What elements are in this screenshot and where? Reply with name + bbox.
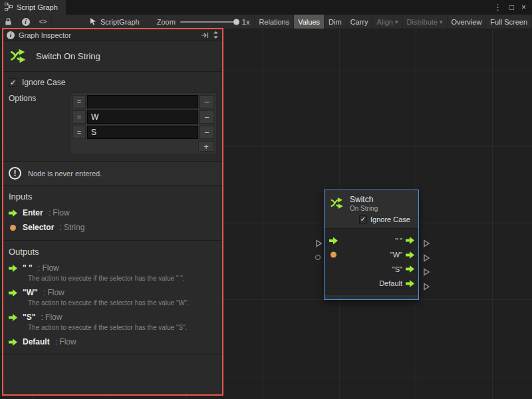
flow-output-port-icon bbox=[406, 237, 414, 244]
port-description: The action to execute if the selector ha… bbox=[28, 275, 217, 282]
graph-toolbar: i <> ScriptGraph Zoom 1x Relations Value… bbox=[0, 15, 532, 29]
option-input[interactable] bbox=[87, 110, 198, 124]
option-row: = − bbox=[72, 110, 214, 124]
drag-handle-icon[interactable]: = bbox=[72, 126, 86, 139]
port-row: "W" bbox=[325, 248, 418, 263]
port-name: "S" bbox=[23, 313, 35, 322]
output-port-w[interactable]: "W" bbox=[390, 251, 414, 259]
info-icon: i bbox=[25, 19, 27, 25]
zoom-label: Zoom bbox=[157, 18, 176, 26]
drag-handle-icon[interactable]: = bbox=[72, 95, 86, 108]
warning-icon: ! bbox=[9, 167, 21, 180]
port-row: " " bbox=[325, 233, 418, 248]
graph-name-label: ScriptGraph bbox=[100, 18, 140, 26]
port-type: : Flow bbox=[43, 288, 65, 297]
remove-option-button[interactable]: − bbox=[200, 95, 214, 108]
window-menu-icon[interactable]: ⋮ bbox=[494, 3, 502, 12]
port-description: The action to execute if the selector ha… bbox=[28, 299, 217, 307]
relations-button[interactable]: Relations bbox=[255, 15, 294, 29]
remove-option-button[interactable]: − bbox=[200, 110, 214, 124]
switch-on-string-node[interactable]: Switch On String ✓ Ignore Case " " bbox=[324, 190, 419, 300]
flow-port-icon bbox=[9, 338, 17, 346]
tab-label: Script Graph bbox=[17, 3, 58, 11]
input-row: Enter : Flow bbox=[9, 208, 217, 217]
maximize-icon[interactable]: □ bbox=[509, 3, 514, 12]
info-icon: i bbox=[7, 31, 15, 39]
distribute-button[interactable]: Distribute▾ bbox=[403, 15, 448, 29]
port-name: Selector bbox=[23, 223, 54, 232]
output-port-default[interactable]: Default bbox=[379, 279, 414, 287]
zoom-slider[interactable] bbox=[180, 21, 237, 23]
drag-handle-icon[interactable]: = bbox=[72, 110, 86, 124]
ignore-case-label: Ignore Case bbox=[22, 78, 65, 87]
node-ignore-case-label: Ignore Case bbox=[370, 215, 410, 223]
code-icon[interactable]: <> bbox=[35, 15, 52, 29]
tab-bar: Script Graph ⋮ □ × bbox=[0, 0, 532, 15]
full-screen-button[interactable]: Full Screen bbox=[486, 15, 532, 29]
zoom-value: 1x bbox=[242, 18, 250, 26]
check-icon: ✓ bbox=[360, 216, 366, 223]
node-ignore-case-checkbox[interactable]: ✓ bbox=[359, 215, 367, 223]
overview-button[interactable]: Overview bbox=[448, 15, 487, 29]
scroll-arrows-icon[interactable] bbox=[213, 31, 219, 39]
dim-button[interactable]: Dim bbox=[325, 15, 346, 29]
option-input[interactable] bbox=[87, 126, 198, 139]
input-connector-triangle[interactable] bbox=[316, 239, 322, 247]
port-label: " " bbox=[395, 237, 402, 245]
switch-icon bbox=[9, 48, 27, 65]
dock-icon[interactable] bbox=[201, 32, 209, 39]
zoom-control: Zoom 1x bbox=[157, 15, 250, 29]
option-row: = − bbox=[72, 126, 214, 139]
info-toggle-icon[interactable]: i bbox=[17, 15, 35, 29]
port-label: "W" bbox=[390, 251, 402, 259]
close-icon[interactable]: × bbox=[521, 3, 526, 12]
port-row: Default bbox=[325, 277, 418, 291]
port-type: : Flow bbox=[55, 337, 76, 346]
node-header[interactable]: Switch On String ✓ Ignore Case bbox=[325, 190, 418, 228]
output-row: "S" : Flow bbox=[9, 313, 217, 322]
zoom-slider-knob[interactable] bbox=[233, 19, 239, 25]
output-row: "W" : Flow bbox=[9, 288, 217, 297]
tab-script-graph[interactable]: Script Graph bbox=[0, 0, 66, 15]
remove-option-button[interactable]: − bbox=[200, 126, 214, 139]
port-type: : Flow bbox=[38, 263, 59, 273]
toolbar-buttons: Relations Values Dim Carry Align▾ Distri… bbox=[254, 15, 532, 29]
align-button[interactable]: Align▾ bbox=[373, 15, 403, 29]
flow-port-icon bbox=[9, 314, 17, 321]
flow-input-port-icon[interactable] bbox=[329, 237, 338, 244]
unity-script-graph-window: Script Graph ⋮ □ × i <> ScriptGraph Zoom… bbox=[0, 0, 532, 399]
output-port-space[interactable]: " " bbox=[395, 237, 414, 245]
output-port-s[interactable]: "S" bbox=[392, 265, 414, 273]
input-connector-circle[interactable] bbox=[315, 255, 321, 260]
output-connector-triangle[interactable] bbox=[424, 283, 430, 291]
output-row: " " : Flow bbox=[9, 263, 217, 273]
warning-banner: ! Node is never entered. bbox=[3, 162, 222, 186]
options-label: Options bbox=[9, 92, 70, 103]
port-type: : Flow bbox=[49, 208, 70, 217]
flow-port-icon bbox=[9, 289, 17, 297]
output-connector-triangle[interactable] bbox=[424, 268, 430, 276]
port-label: Default bbox=[379, 279, 402, 287]
carry-button[interactable]: Carry bbox=[346, 15, 373, 29]
port-label: "S" bbox=[392, 265, 402, 273]
output-connector-triangle[interactable] bbox=[424, 239, 430, 247]
warning-text: Node is never entered. bbox=[28, 170, 102, 178]
switch-icon bbox=[330, 196, 344, 211]
selector-input-port-icon[interactable] bbox=[329, 252, 338, 258]
port-name: "W" bbox=[23, 288, 38, 297]
option-input[interactable] bbox=[87, 95, 198, 108]
graph-reference[interactable]: ScriptGraph bbox=[89, 15, 140, 29]
port-type: : Flow bbox=[41, 313, 62, 322]
chevron-down-icon: ▾ bbox=[395, 19, 398, 25]
port-description: The action to execute if the selector ha… bbox=[28, 324, 217, 331]
flow-output-port-icon bbox=[406, 251, 414, 259]
node-title: Switch bbox=[350, 195, 378, 204]
outputs-section: Outputs " " : Flow The action to execute… bbox=[3, 241, 222, 355]
values-button[interactable]: Values bbox=[294, 15, 325, 29]
output-connector-triangle[interactable] bbox=[424, 254, 430, 262]
lock-icon[interactable] bbox=[0, 15, 17, 29]
ignore-case-checkbox[interactable]: ✓ bbox=[9, 78, 17, 87]
inspector-node-title: Switch On String bbox=[36, 51, 100, 61]
chevron-down-icon: ▾ bbox=[440, 19, 443, 25]
add-option-button[interactable]: + bbox=[198, 141, 214, 152]
